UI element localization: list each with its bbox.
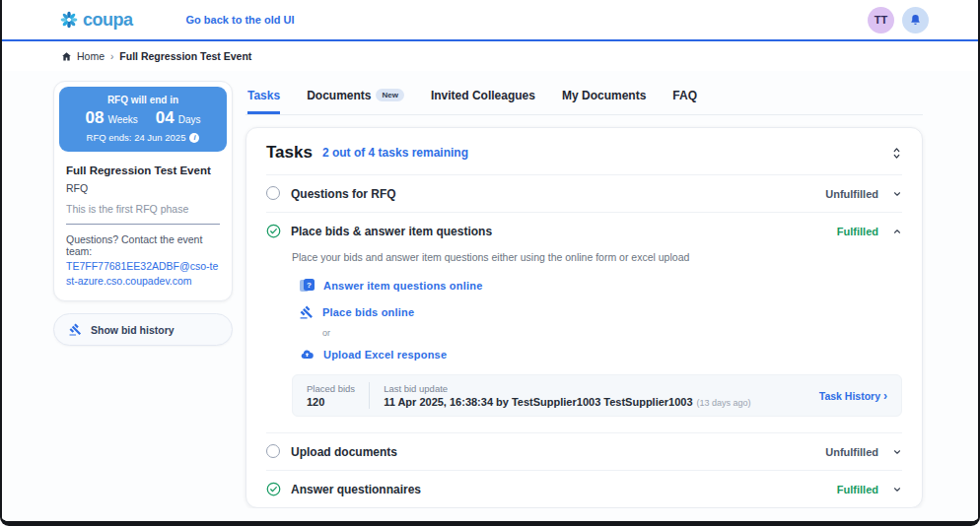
- expand-collapse-icon: [891, 147, 902, 160]
- gavel-icon: [300, 305, 314, 319]
- back-to-old-ui-link[interactable]: Go back to the old UI: [186, 14, 295, 26]
- chevron-down-icon[interactable]: [892, 189, 902, 199]
- unfulfilled-circle-icon: [266, 444, 281, 459]
- contact-team-label: Questions? Contact the event team:: [66, 233, 220, 257]
- countdown-values: 08 Weeks 04 Days: [63, 108, 223, 128]
- task-row: Place bids & answer item questions Fulfi…: [266, 212, 902, 432]
- coupa-logo[interactable]: coupa: [59, 10, 133, 31]
- cloud-upload-icon: [300, 348, 315, 362]
- expand-collapse-all-button[interactable]: [891, 147, 902, 160]
- coupa-flower-icon: [59, 10, 79, 30]
- event-summary-card: RFQ will end in 08 Weeks 04 Days RFQ end…: [53, 81, 233, 301]
- tab-tasks[interactable]: Tasks: [247, 83, 280, 114]
- days-value: 04: [156, 108, 175, 128]
- task-row: Answer questionnaires Fulfilled: [266, 470, 902, 507]
- task-questions-for-rfq[interactable]: Questions for RFQ Unfulfilled: [266, 175, 902, 212]
- show-bid-history-button[interactable]: Show bid history: [53, 313, 233, 346]
- info-icon[interactable]: i: [189, 133, 199, 143]
- chevron-down-icon[interactable]: [892, 447, 902, 457]
- last-bid-update-label: Last bid update: [384, 383, 751, 394]
- event-tabs: Tasks Documents New Invited Colleagues M…: [245, 81, 923, 115]
- gavel-icon: [69, 323, 82, 336]
- upload-excel-response-link[interactable]: Upload Excel response: [300, 348, 902, 362]
- notifications-button[interactable]: [902, 7, 929, 33]
- coupa-logo-text: coupa: [83, 10, 133, 31]
- show-bid-history-label: Show bid history: [91, 324, 175, 336]
- tasks-panel-title: Tasks: [266, 143, 313, 163]
- task-place-bids[interactable]: Place bids & answer item questions Fulfi…: [266, 213, 902, 249]
- divider: [66, 224, 220, 225]
- breadcrumb-separator: ›: [110, 51, 113, 62]
- event-phase-note: This is the first RFQ phase: [66, 203, 220, 215]
- breadcrumb-home-label: Home: [77, 50, 105, 62]
- breadcrumb: Home › Full Regression Test Event: [2, 41, 978, 71]
- status-badge: Fulfilled: [837, 226, 878, 237]
- answer-item-questions-link[interactable]: ? Answer item questions online: [300, 279, 902, 293]
- page-footer: coupa © 2006–2025 Coupa Software Incorpo…: [2, 508, 978, 526]
- task-description: Place your bids and answer item question…: [292, 251, 902, 263]
- chevron-down-icon[interactable]: [892, 485, 902, 494]
- event-name: Full Regression Test Event: [66, 164, 220, 176]
- question-form-icon: ?: [300, 279, 315, 293]
- status-badge: Unfulfilled: [825, 446, 878, 458]
- task-history-link[interactable]: Task History ›: [819, 390, 887, 402]
- task-row: Upload documents Unfulfilled: [266, 432, 902, 470]
- weeks-value: 08: [85, 108, 104, 128]
- tasks-panel: Tasks 2 out of 4 tasks remaining Questio…: [245, 127, 923, 508]
- last-bid-update-ago: (13 days ago): [697, 398, 751, 408]
- status-badge: Fulfilled: [837, 484, 878, 495]
- rfq-countdown-banner: RFQ will end in 08 Weeks 04 Days RFQ end…: [59, 87, 227, 152]
- days-unit: Days: [178, 114, 201, 125]
- tab-faq[interactable]: FAQ: [672, 83, 697, 114]
- placed-bids-value: 120: [307, 396, 355, 408]
- unfulfilled-circle-icon: [266, 186, 281, 201]
- chevron-right-icon: ›: [883, 390, 887, 402]
- status-badge: Unfulfilled: [825, 188, 878, 200]
- divider: [369, 382, 370, 409]
- task-row: Questions for RFQ Unfulfilled: [266, 174, 902, 212]
- app-window: coupa Go back to the old UI TT Home › Fu…: [0, 0, 980, 526]
- countdown-heading: RFQ will end in: [63, 95, 223, 105]
- tasks-progress-label: 2 out of 4 tasks remaining: [322, 146, 468, 160]
- user-avatar[interactable]: TT: [868, 7, 894, 33]
- bid-summary-box: Placed bids 120 Last bid update 11 Apr 2…: [292, 374, 902, 417]
- tab-documents[interactable]: Documents New: [307, 83, 404, 114]
- rfq-ends-label: RFQ ends: 24 Jun 2025: [87, 132, 186, 143]
- or-label: or: [322, 328, 902, 338]
- chevron-up-icon[interactable]: [892, 227, 902, 236]
- contact-email-link[interactable]: TE7FF77681EE32ADBF@cso-test-azure.cso.co…: [66, 259, 220, 289]
- task-upload-documents[interactable]: Upload documents Unfulfilled: [266, 433, 902, 470]
- weeks-unit: Weeks: [107, 114, 137, 125]
- home-icon: [61, 51, 72, 62]
- new-badge: New: [376, 89, 403, 101]
- placed-bids-label: Placed bids: [307, 383, 355, 394]
- tab-my-documents[interactable]: My Documents: [562, 83, 646, 114]
- event-sidebar: RFQ will end in 08 Weeks 04 Days RFQ end…: [53, 81, 233, 508]
- place-bids-online-link[interactable]: Place bids online: [300, 305, 902, 319]
- task-answer-questionnaires[interactable]: Answer questionnaires Fulfilled: [266, 471, 902, 507]
- breadcrumb-current: Full Regression Test Event: [119, 50, 251, 62]
- fulfilled-check-icon: [266, 224, 281, 238]
- bell-icon: [909, 14, 922, 27]
- last-bid-update-value: 11 Apr 2025, 16:38:34 by TestSupplier100…: [384, 396, 692, 408]
- tab-invited-colleagues[interactable]: Invited Colleagues: [431, 83, 535, 114]
- fulfilled-check-icon: [266, 482, 281, 496]
- breadcrumb-home[interactable]: Home: [61, 50, 105, 62]
- top-header: coupa Go back to the old UI TT: [2, 0, 978, 41]
- event-type: RFQ: [66, 182, 220, 194]
